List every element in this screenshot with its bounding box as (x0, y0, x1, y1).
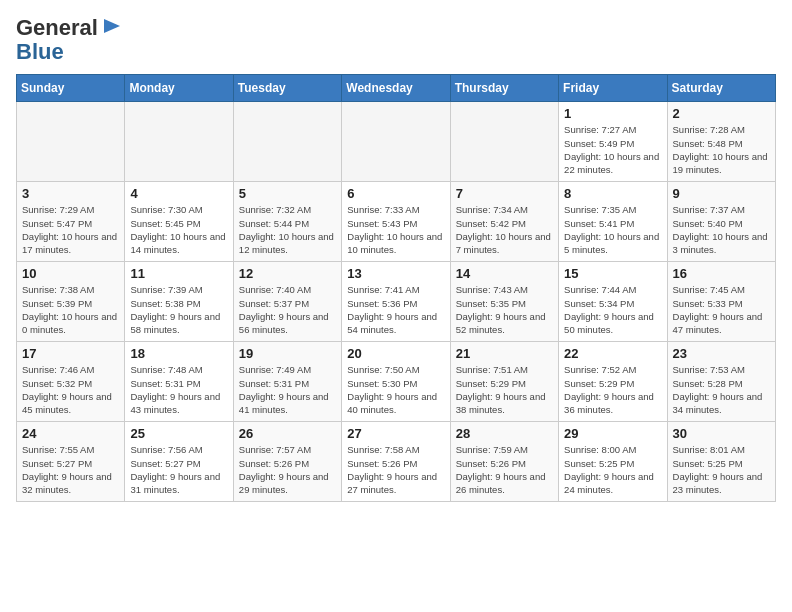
calendar-cell: 9Sunrise: 7:37 AM Sunset: 5:40 PM Daylig… (667, 182, 775, 262)
day-number: 17 (22, 346, 119, 361)
day-info: Sunrise: 7:32 AM Sunset: 5:44 PM Dayligh… (239, 203, 336, 256)
day-number: 20 (347, 346, 444, 361)
calendar-table: SundayMondayTuesdayWednesdayThursdayFrid… (16, 74, 776, 502)
day-info: Sunrise: 7:48 AM Sunset: 5:31 PM Dayligh… (130, 363, 227, 416)
day-info: Sunrise: 7:59 AM Sunset: 5:26 PM Dayligh… (456, 443, 553, 496)
day-number: 18 (130, 346, 227, 361)
day-number: 27 (347, 426, 444, 441)
calendar-cell: 1Sunrise: 7:27 AM Sunset: 5:49 PM Daylig… (559, 102, 667, 182)
calendar-week-4: 17Sunrise: 7:46 AM Sunset: 5:32 PM Dayli… (17, 342, 776, 422)
calendar-cell: 24Sunrise: 7:55 AM Sunset: 5:27 PM Dayli… (17, 422, 125, 502)
calendar-cell (125, 102, 233, 182)
calendar-cell: 16Sunrise: 7:45 AM Sunset: 5:33 PM Dayli… (667, 262, 775, 342)
day-number: 21 (456, 346, 553, 361)
calendar-cell: 4Sunrise: 7:30 AM Sunset: 5:45 PM Daylig… (125, 182, 233, 262)
calendar-cell: 25Sunrise: 7:56 AM Sunset: 5:27 PM Dayli… (125, 422, 233, 502)
calendar-cell: 11Sunrise: 7:39 AM Sunset: 5:38 PM Dayli… (125, 262, 233, 342)
day-info: Sunrise: 7:44 AM Sunset: 5:34 PM Dayligh… (564, 283, 661, 336)
day-number: 22 (564, 346, 661, 361)
day-number: 16 (673, 266, 770, 281)
day-info: Sunrise: 7:55 AM Sunset: 5:27 PM Dayligh… (22, 443, 119, 496)
day-number: 26 (239, 426, 336, 441)
weekday-header-monday: Monday (125, 75, 233, 102)
calendar-cell (17, 102, 125, 182)
day-info: Sunrise: 7:38 AM Sunset: 5:39 PM Dayligh… (22, 283, 119, 336)
day-info: Sunrise: 7:41 AM Sunset: 5:36 PM Dayligh… (347, 283, 444, 336)
calendar-cell: 29Sunrise: 8:00 AM Sunset: 5:25 PM Dayli… (559, 422, 667, 502)
day-info: Sunrise: 7:43 AM Sunset: 5:35 PM Dayligh… (456, 283, 553, 336)
day-number: 9 (673, 186, 770, 201)
calendar-cell: 17Sunrise: 7:46 AM Sunset: 5:32 PM Dayli… (17, 342, 125, 422)
day-info: Sunrise: 7:58 AM Sunset: 5:26 PM Dayligh… (347, 443, 444, 496)
day-number: 10 (22, 266, 119, 281)
logo-general: General (16, 16, 98, 40)
day-info: Sunrise: 7:51 AM Sunset: 5:29 PM Dayligh… (456, 363, 553, 416)
calendar-cell: 7Sunrise: 7:34 AM Sunset: 5:42 PM Daylig… (450, 182, 558, 262)
day-number: 3 (22, 186, 119, 201)
weekday-header-saturday: Saturday (667, 75, 775, 102)
day-number: 2 (673, 106, 770, 121)
calendar-cell: 18Sunrise: 7:48 AM Sunset: 5:31 PM Dayli… (125, 342, 233, 422)
calendar-week-2: 3Sunrise: 7:29 AM Sunset: 5:47 PM Daylig… (17, 182, 776, 262)
day-info: Sunrise: 7:49 AM Sunset: 5:31 PM Dayligh… (239, 363, 336, 416)
calendar-cell (233, 102, 341, 182)
calendar-week-1: 1Sunrise: 7:27 AM Sunset: 5:49 PM Daylig… (17, 102, 776, 182)
day-info: Sunrise: 8:01 AM Sunset: 5:25 PM Dayligh… (673, 443, 770, 496)
day-number: 24 (22, 426, 119, 441)
calendar-cell: 28Sunrise: 7:59 AM Sunset: 5:26 PM Dayli… (450, 422, 558, 502)
day-number: 5 (239, 186, 336, 201)
day-info: Sunrise: 7:27 AM Sunset: 5:49 PM Dayligh… (564, 123, 661, 176)
day-info: Sunrise: 7:56 AM Sunset: 5:27 PM Dayligh… (130, 443, 227, 496)
calendar-cell: 27Sunrise: 7:58 AM Sunset: 5:26 PM Dayli… (342, 422, 450, 502)
weekday-header-thursday: Thursday (450, 75, 558, 102)
day-number: 7 (456, 186, 553, 201)
day-info: Sunrise: 7:30 AM Sunset: 5:45 PM Dayligh… (130, 203, 227, 256)
calendar-cell: 15Sunrise: 7:44 AM Sunset: 5:34 PM Dayli… (559, 262, 667, 342)
day-info: Sunrise: 7:53 AM Sunset: 5:28 PM Dayligh… (673, 363, 770, 416)
calendar-cell: 5Sunrise: 7:32 AM Sunset: 5:44 PM Daylig… (233, 182, 341, 262)
day-number: 30 (673, 426, 770, 441)
svg-marker-0 (104, 19, 120, 33)
day-number: 19 (239, 346, 336, 361)
day-number: 12 (239, 266, 336, 281)
day-info: Sunrise: 7:50 AM Sunset: 5:30 PM Dayligh… (347, 363, 444, 416)
calendar-cell: 12Sunrise: 7:40 AM Sunset: 5:37 PM Dayli… (233, 262, 341, 342)
calendar-cell: 20Sunrise: 7:50 AM Sunset: 5:30 PM Dayli… (342, 342, 450, 422)
weekday-header-tuesday: Tuesday (233, 75, 341, 102)
day-number: 28 (456, 426, 553, 441)
day-info: Sunrise: 7:28 AM Sunset: 5:48 PM Dayligh… (673, 123, 770, 176)
day-number: 14 (456, 266, 553, 281)
logo: General Blue (16, 16, 122, 64)
calendar-cell: 13Sunrise: 7:41 AM Sunset: 5:36 PM Dayli… (342, 262, 450, 342)
calendar-cell: 6Sunrise: 7:33 AM Sunset: 5:43 PM Daylig… (342, 182, 450, 262)
day-info: Sunrise: 7:52 AM Sunset: 5:29 PM Dayligh… (564, 363, 661, 416)
weekday-header-sunday: Sunday (17, 75, 125, 102)
day-number: 6 (347, 186, 444, 201)
day-info: Sunrise: 7:46 AM Sunset: 5:32 PM Dayligh… (22, 363, 119, 416)
calendar-cell: 19Sunrise: 7:49 AM Sunset: 5:31 PM Dayli… (233, 342, 341, 422)
logo-blue: Blue (16, 40, 64, 64)
day-number: 4 (130, 186, 227, 201)
calendar-cell (450, 102, 558, 182)
weekday-header-wednesday: Wednesday (342, 75, 450, 102)
calendar-cell: 14Sunrise: 7:43 AM Sunset: 5:35 PM Dayli… (450, 262, 558, 342)
day-number: 11 (130, 266, 227, 281)
day-info: Sunrise: 7:33 AM Sunset: 5:43 PM Dayligh… (347, 203, 444, 256)
page-header: General Blue (16, 16, 776, 64)
day-info: Sunrise: 7:37 AM Sunset: 5:40 PM Dayligh… (673, 203, 770, 256)
logo-flag-icon (100, 16, 122, 38)
calendar-cell: 22Sunrise: 7:52 AM Sunset: 5:29 PM Dayli… (559, 342, 667, 422)
day-info: Sunrise: 7:39 AM Sunset: 5:38 PM Dayligh… (130, 283, 227, 336)
day-info: Sunrise: 7:35 AM Sunset: 5:41 PM Dayligh… (564, 203, 661, 256)
calendar-cell: 2Sunrise: 7:28 AM Sunset: 5:48 PM Daylig… (667, 102, 775, 182)
day-number: 8 (564, 186, 661, 201)
weekday-header-friday: Friday (559, 75, 667, 102)
calendar-cell: 30Sunrise: 8:01 AM Sunset: 5:25 PM Dayli… (667, 422, 775, 502)
day-info: Sunrise: 8:00 AM Sunset: 5:25 PM Dayligh… (564, 443, 661, 496)
calendar-cell: 8Sunrise: 7:35 AM Sunset: 5:41 PM Daylig… (559, 182, 667, 262)
calendar-cell: 26Sunrise: 7:57 AM Sunset: 5:26 PM Dayli… (233, 422, 341, 502)
day-info: Sunrise: 7:34 AM Sunset: 5:42 PM Dayligh… (456, 203, 553, 256)
day-info: Sunrise: 7:29 AM Sunset: 5:47 PM Dayligh… (22, 203, 119, 256)
day-number: 25 (130, 426, 227, 441)
calendar-cell: 10Sunrise: 7:38 AM Sunset: 5:39 PM Dayli… (17, 262, 125, 342)
